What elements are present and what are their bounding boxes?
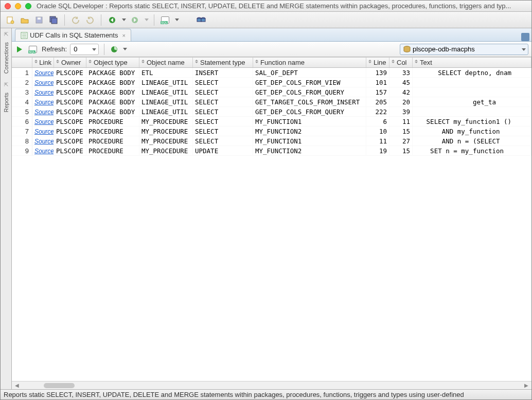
svg-point-1: [11, 21, 14, 24]
nav-fwd-menu[interactable]: [145, 19, 149, 21]
cell-col: 20: [389, 97, 413, 106]
row-number: 3: [12, 87, 32, 97]
connection-name: plscope-odb-macphs: [413, 45, 475, 53]
table-row[interactable]: 7SourcePLSCOPEPROCEDUREMY_PROCEDURESELEC…: [12, 126, 531, 136]
window-title: Oracle SQL Developer : Reports static SE…: [37, 2, 527, 10]
cell-link[interactable]: Source: [32, 136, 54, 146]
svg-rect-11: [201, 19, 205, 22]
cell-link[interactable]: Source: [32, 97, 54, 106]
grid-body[interactable]: 1SourcePLSCOPEPACKAGE BODYETLINSERTSAL_O…: [12, 68, 531, 381]
run-report-button[interactable]: [15, 45, 24, 54]
col-header-function-name[interactable]: Function name: [253, 58, 366, 67]
minimize-panel-button[interactable]: [521, 33, 529, 41]
cell-function-name: GET_DEP_COLS_FROM_QUERY: [253, 87, 366, 97]
reports-panel-tab[interactable]: Reports: [2, 89, 10, 116]
zoom-window-button[interactable]: [25, 3, 31, 9]
table-row[interactable]: 1SourcePLSCOPEPACKAGE BODYETLINSERTSAL_O…: [12, 68, 531, 78]
cell-link[interactable]: Source: [32, 87, 54, 97]
cell-function-name: MY_FUNCTION1: [253, 136, 366, 146]
cell-link[interactable]: Source: [32, 68, 54, 77]
row-number: 1: [12, 68, 32, 77]
cell-text: AND my_function: [413, 126, 531, 136]
undo-button[interactable]: [70, 14, 81, 26]
nav-back-menu[interactable]: [122, 19, 126, 21]
table-row[interactable]: 5SourcePLSCOPEPACKAGE BODYLINEAGE_UTILSE…: [12, 107, 531, 117]
cell-object-name: LINEAGE_UTIL: [139, 87, 193, 97]
dock-pin-icon-2[interactable]: ⇱: [4, 82, 8, 87]
cell-text: [413, 107, 531, 116]
connection-selector[interactable]: plscope-odb-macphs: [400, 44, 528, 55]
horizontal-scrollbar[interactable]: ◀ ▶: [12, 381, 531, 389]
chart-menu[interactable]: [123, 48, 127, 50]
cell-link[interactable]: Source: [32, 146, 54, 155]
sql-worksheet-menu[interactable]: [175, 19, 179, 21]
row-number: 2: [12, 78, 32, 87]
tab-udf-calls[interactable]: UDF Calls in SQL Statements ×: [15, 29, 131, 41]
col-header-text[interactable]: Text: [413, 58, 531, 67]
cell-link[interactable]: Source: [32, 117, 54, 126]
open-button[interactable]: [19, 14, 30, 26]
col-header-statement-type[interactable]: Statement type: [193, 58, 253, 67]
row-number: 6: [12, 117, 32, 126]
cell-col: 15: [389, 126, 413, 136]
row-number: 8: [12, 136, 32, 146]
cell-object-type: PROCEDURE: [86, 136, 139, 146]
database-icon: [403, 46, 411, 53]
table-row[interactable]: 4SourcePLSCOPEPACKAGE BODYLINEAGE_UTILSE…: [12, 97, 531, 107]
cell-text: SELECT deptno, dnam: [413, 68, 531, 77]
redo-button[interactable]: [84, 14, 96, 26]
save-button[interactable]: [33, 14, 45, 26]
minimize-window-button[interactable]: [15, 3, 21, 9]
dock-pin-icon[interactable]: ⇱: [4, 31, 8, 37]
refresh-label: Refresh:: [42, 45, 67, 53]
col-header-col[interactable]: Col: [389, 58, 413, 67]
cell-owner: PLSCOPE: [54, 68, 86, 77]
col-header-object-type[interactable]: Object type: [86, 58, 139, 67]
nav-back-button[interactable]: [107, 14, 118, 26]
close-window-button[interactable]: [5, 3, 11, 9]
cell-statement-type: SELECT: [193, 136, 253, 146]
svg-rect-5: [51, 18, 57, 24]
results-grid: Link Owner Object type Object name State…: [12, 57, 531, 389]
cell-object-name: LINEAGE_UTIL: [139, 78, 193, 87]
table-row[interactable]: 2SourcePLSCOPEPACKAGE BODYLINEAGE_UTILSE…: [12, 78, 531, 87]
cell-line: 222: [366, 107, 389, 116]
cell-owner: PLSCOPE: [54, 97, 86, 106]
table-row[interactable]: 6SourcePLSCOPEPROCEDUREMY_PROCEDURESELEC…: [12, 117, 531, 126]
cell-link[interactable]: Source: [32, 107, 54, 116]
nav-fwd-button[interactable]: [129, 14, 140, 26]
titlebar: Oracle SQL Developer : Reports static SE…: [1, 1, 531, 12]
cell-link[interactable]: Source: [32, 78, 54, 87]
cell-object-type: PACKAGE BODY: [86, 107, 139, 116]
cell-owner: PLSCOPE: [54, 78, 86, 87]
cell-statement-type: SELECT: [193, 87, 253, 97]
cell-text: [413, 78, 531, 87]
cell-object-name: ETL: [139, 68, 193, 77]
find-db-object-button[interactable]: [196, 14, 207, 26]
cell-function-name: GET_DEP_COLS_FROM_QUERY: [253, 107, 366, 116]
refresh-interval-select[interactable]: 0: [70, 44, 99, 55]
new-button[interactable]: [5, 14, 16, 26]
cell-line: 157: [366, 87, 389, 97]
play-icon: [17, 46, 22, 52]
table-row[interactable]: 8SourcePLSCOPEPROCEDUREMY_PROCEDURESELEC…: [12, 136, 531, 146]
col-header-object-name[interactable]: Object name: [139, 58, 193, 67]
sql-worksheet-button[interactable]: [159, 14, 171, 26]
col-header-owner[interactable]: Owner: [54, 58, 86, 67]
close-tab-icon[interactable]: ×: [122, 32, 125, 39]
cell-object-type: PROCEDURE: [86, 126, 139, 136]
cell-line: 10: [366, 126, 389, 136]
col-header-link[interactable]: Link: [32, 58, 54, 67]
table-row[interactable]: 9SourcePLSCOPEPROCEDUREMY_PROCEDUREUPDAT…: [12, 146, 531, 156]
save-all-button[interactable]: [48, 14, 59, 26]
table-row[interactable]: 3SourcePLSCOPEPACKAGE BODYLINEAGE_UTILSE…: [12, 87, 531, 97]
cell-statement-type: INSERT: [193, 68, 253, 77]
scrollbar-thumb[interactable]: [44, 383, 75, 388]
cell-object-name: LINEAGE_UTIL: [139, 107, 193, 116]
pin-button[interactable]: [27, 44, 39, 55]
connections-panel-tab[interactable]: Connections: [2, 39, 10, 77]
cell-link[interactable]: Source: [32, 126, 54, 136]
chart-button[interactable]: [110, 45, 119, 54]
col-header-line[interactable]: Line: [366, 58, 389, 67]
cell-statement-type: SELECT: [193, 78, 253, 87]
